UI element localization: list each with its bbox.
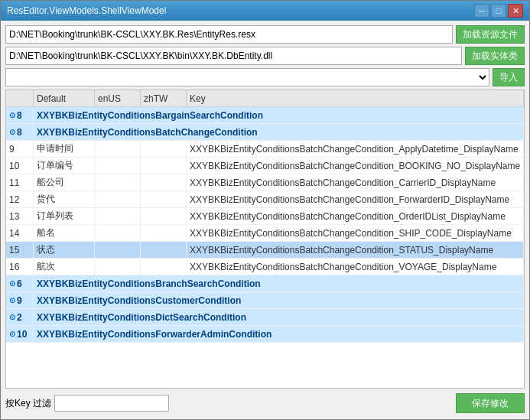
col-header-enus: enUS [95, 90, 141, 106]
cell-default: 船公司 [34, 174, 95, 190]
cell-num: ⊙2 [6, 309, 34, 325]
close-button[interactable]: ✕ [508, 4, 523, 18]
cell-group-label: XXYBKBizEntityConditionsForwarderAdminCo… [34, 326, 524, 342]
expand-icon: ⊙ [9, 330, 15, 338]
cell-default: 申请时间 [34, 141, 95, 157]
cell-enus [95, 158, 141, 174]
filter-label: 按Key 过滤 [5, 397, 51, 410]
cell-num: 14 [6, 225, 34, 241]
cell-key: XXYBKBizEntityConditionsBatchChangeCondi… [187, 141, 524, 157]
cell-enus [95, 225, 141, 241]
cell-num: ⊙9 [6, 292, 34, 308]
expand-icon: ⊙ [9, 279, 15, 288]
cell-num: 16 [6, 259, 34, 275]
import-button[interactable]: 导入 [493, 68, 525, 86]
cell-num: 13 [6, 208, 34, 224]
cell-group-label: XXYBKBizEntityConditionsBranchSearchCond… [34, 275, 524, 291]
cell-enus [95, 141, 141, 157]
cell-zhtw [141, 242, 187, 258]
cell-num: 12 [6, 191, 34, 207]
title-bar: ResEditor.ViewModels.ShellViewModel ─ □ … [1, 1, 529, 21]
expand-icon: ⊙ [9, 128, 15, 136]
table-row[interactable]: ⊙2 XXYBKBizEntityConditionsDictSearchCon… [6, 309, 524, 326]
table-row[interactable]: 12 货代 XXYBKBizEntityConditionsBatchChang… [6, 191, 524, 208]
data-table: Default enUS zhTW Key ⊙8 XXYBKBizEntityC… [5, 90, 525, 389]
table-row[interactable]: ⊙8 XXYBKBizEntityConditionsBargainSearch… [6, 107, 524, 124]
table-row[interactable]: ⊙6 XXYBKBizEntityConditionsBranchSearchC… [6, 275, 524, 292]
cell-key: XXYBKBizEntityConditionsBatchChangeCondi… [187, 191, 524, 207]
table-header: Default enUS zhTW Key [6, 90, 524, 107]
cell-group-label: XXYBKBizEntityConditionsCustomerConditio… [34, 292, 524, 308]
content-area: 加载资源文件 加载实体类 导入 Default enUS zhTW Key [1, 21, 529, 419]
cell-default: 船名 [34, 225, 95, 241]
window-controls: ─ □ ✕ [474, 4, 523, 18]
table-row[interactable]: ⊙8 XXYBKBizEntityConditionsBatchChangeCo… [6, 124, 524, 141]
res-path-row: 加载资源文件 [5, 25, 525, 44]
load-entity-button[interactable]: 加载实体类 [465, 47, 525, 65]
dll-path-input[interactable] [5, 47, 462, 65]
dropdown-row: 导入 [5, 68, 525, 86]
cell-enus [95, 191, 141, 207]
table-row[interactable]: 13 订单列表 XXYBKBizEntityConditionsBatchCha… [6, 208, 524, 225]
table-row[interactable]: 9 申请时间 XXYBKBizEntityConditionsBatchChan… [6, 141, 524, 158]
cell-num: 11 [6, 174, 34, 190]
cell-group-label: XXYBKBizEntityConditionsBargainSearchCon… [34, 107, 524, 123]
cell-num: 10 [6, 158, 34, 174]
save-button[interactable]: 保存修改 [456, 393, 525, 413]
cell-enus [95, 174, 141, 190]
cell-default: 订单列表 [34, 208, 95, 224]
cell-group-label: XXYBKBizEntityConditionsBatchChangeCondi… [34, 124, 524, 140]
cell-enus [95, 242, 141, 258]
cell-num: 9 [6, 141, 34, 157]
cell-zhtw [141, 208, 187, 224]
cell-enus [95, 259, 141, 275]
table-row[interactable]: 14 船名 XXYBKBizEntityConditionsBatchChang… [6, 225, 524, 242]
cell-zhtw [141, 174, 187, 190]
minimize-button[interactable]: ─ [474, 4, 489, 18]
cell-key: XXYBKBizEntityConditionsBatchChangeCondi… [187, 242, 524, 258]
table-row[interactable]: ⊙10 XXYBKBizEntityConditionsForwarderAdm… [6, 326, 524, 343]
cell-default: 航次 [34, 259, 95, 275]
cell-default: 货代 [34, 191, 95, 207]
expand-icon: ⊙ [9, 313, 15, 321]
cell-num: 15 [6, 242, 34, 258]
cell-zhtw [141, 225, 187, 241]
cell-num: ⊙6 [6, 275, 34, 291]
table-row[interactable]: 16 航次 XXYBKBizEntityConditionsBatchChang… [6, 259, 524, 275]
cell-zhtw [141, 259, 187, 275]
col-header-zhtw: zhTW [141, 90, 187, 106]
cell-key: XXYBKBizEntityConditionsBatchChangeCondi… [187, 174, 524, 190]
filter-input[interactable] [54, 395, 169, 412]
table-row[interactable]: ⊙9 XXYBKBizEntityConditionsCustomerCondi… [6, 292, 524, 309]
cell-num: ⊙8 [6, 124, 34, 140]
load-res-button[interactable]: 加载资源文件 [456, 25, 525, 44]
cell-num: ⊙8 [6, 107, 34, 123]
cell-key: XXYBKBizEntityConditionsBatchChangeCondi… [187, 259, 524, 275]
cell-zhtw [141, 158, 187, 174]
bottom-bar: 按Key 过滤 保存修改 [5, 392, 525, 415]
table-row[interactable]: 11 船公司 XXYBKBizEntityConditionsBatchChan… [6, 174, 524, 191]
expand-icon: ⊙ [9, 111, 15, 119]
entity-dropdown[interactable] [5, 68, 489, 86]
maximize-button[interactable]: □ [491, 4, 506, 18]
dll-path-row: 加载实体类 [5, 47, 525, 65]
col-header-key: Key [187, 90, 524, 106]
expand-icon: ⊙ [9, 296, 15, 304]
cell-zhtw [141, 191, 187, 207]
window-title: ResEditor.ViewModels.ShellViewModel [7, 5, 166, 16]
cell-key: XXYBKBizEntityConditionsBatchChangeCondi… [187, 158, 524, 174]
col-header-default: Default [34, 90, 95, 106]
cell-default: 状态 [34, 242, 95, 258]
col-header-num [6, 90, 34, 106]
table-row[interactable]: 10 订单编号 XXYBKBizEntityConditionsBatchCha… [6, 158, 524, 174]
res-path-input[interactable] [5, 25, 453, 44]
cell-enus [95, 208, 141, 224]
cell-zhtw [141, 141, 187, 157]
cell-num: ⊙10 [6, 326, 34, 342]
cell-key: XXYBKBizEntityConditionsBatchChangeCondi… [187, 208, 524, 224]
main-window: ResEditor.ViewModels.ShellViewModel ─ □ … [0, 0, 530, 420]
table-body[interactable]: ⊙8 XXYBKBizEntityConditionsBargainSearch… [6, 107, 524, 388]
cell-default: 订单编号 [34, 158, 95, 174]
cell-group-label: XXYBKBizEntityConditionsDictSearchCondit… [34, 309, 524, 325]
table-row[interactable]: 15 状态 XXYBKBizEntityConditionsBatchChang… [6, 242, 524, 259]
